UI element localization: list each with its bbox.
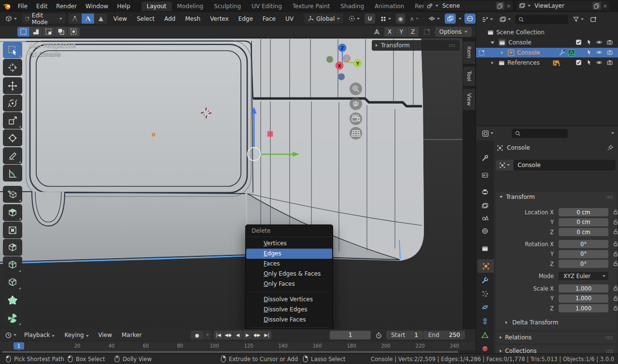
object-name-field[interactable]: Console bbox=[514, 160, 616, 170]
new-collection-button[interactable] bbox=[588, 14, 599, 25]
transform-panel-header[interactable]: Transform bbox=[496, 192, 617, 202]
end-frame-field[interactable]: End250 bbox=[423, 331, 465, 339]
disable-render-icon[interactable] bbox=[606, 39, 613, 45]
lock-icon[interactable] bbox=[612, 209, 618, 215]
nav-axis-neg-y[interactable] bbox=[326, 56, 333, 63]
tool-knife[interactable] bbox=[3, 274, 22, 291]
outliner-row-collection-references[interactable]: References 5 bbox=[476, 58, 618, 68]
scale-z-field[interactable]: 1.000 bbox=[559, 304, 608, 312]
checkbox-icon[interactable] bbox=[576, 59, 582, 66]
sidebar-tab-item[interactable]: Item bbox=[463, 42, 475, 64]
next-keyframe-button[interactable]: ◆▶ bbox=[253, 331, 262, 339]
lock-icon[interactable] bbox=[612, 228, 618, 235]
menu-item-dissolve-vertices[interactable]: Dissolve Vertices bbox=[246, 294, 332, 305]
tab-modifiers[interactable] bbox=[476, 273, 494, 287]
hide-viewport-icon[interactable] bbox=[596, 49, 603, 56]
timeline-editor-type-dropdown[interactable] bbox=[3, 330, 18, 340]
menu-item-only-faces[interactable]: Only Faces bbox=[246, 279, 332, 289]
scrollbar-thumb[interactable] bbox=[2, 351, 459, 353]
menu-add[interactable]: Add bbox=[161, 15, 179, 22]
disclosure-collapsed-icon[interactable] bbox=[501, 51, 503, 54]
tab-constraints[interactable] bbox=[476, 314, 494, 328]
lock-icon[interactable] bbox=[612, 285, 618, 292]
menu-item-faces[interactable]: Faces bbox=[246, 259, 332, 269]
workspace-tab-modeling[interactable]: Modeling bbox=[172, 1, 209, 11]
rotation-y-field[interactable]: 0° bbox=[559, 250, 608, 258]
new-viewlayer-button[interactable] bbox=[592, 2, 601, 10]
tab-object[interactable] bbox=[478, 259, 494, 273]
menu-keying[interactable]: Keying bbox=[60, 332, 92, 338]
outliner-search-input[interactable] bbox=[515, 15, 568, 24]
lock-icon[interactable] bbox=[612, 305, 618, 311]
tool-scale[interactable] bbox=[3, 112, 22, 129]
timeline-ruler[interactable]: 20 40 60 80 100 120 140 160 180 200 220 … bbox=[0, 341, 476, 351]
editor-type-dropdown[interactable] bbox=[3, 14, 19, 24]
collection-name[interactable]: References bbox=[505, 59, 540, 66]
current-frame-field[interactable]: 1 bbox=[330, 331, 371, 339]
location-x-field[interactable]: 0 cm bbox=[559, 208, 608, 216]
blender-logo-icon[interactable] bbox=[3, 2, 12, 10]
close-scene-icon[interactable]: × bbox=[506, 3, 511, 9]
show-overlays-dropdown[interactable] bbox=[426, 14, 442, 24]
pivot-point-dropdown[interactable] bbox=[346, 14, 362, 24]
workspace-tab-texture-paint[interactable]: Texture Paint bbox=[287, 1, 335, 11]
drag-grip-icon[interactable] bbox=[605, 195, 613, 200]
outliner-row-collection-console[interactable]: Console bbox=[476, 38, 618, 47]
gizmo-plane-handle[interactable] bbox=[267, 131, 273, 137]
keying-options-dropdown[interactable] bbox=[204, 331, 211, 339]
selectable-icon[interactable] bbox=[586, 39, 592, 45]
menu-vertex[interactable]: Vertex bbox=[207, 15, 232, 22]
lock-icon[interactable] bbox=[612, 219, 618, 225]
workspace-tab-uv-editing[interactable]: UV Editing bbox=[246, 1, 287, 11]
outliner-filter-type-dropdown[interactable] bbox=[497, 14, 513, 25]
3d-viewport[interactable]: Z X Y bbox=[0, 38, 476, 329]
tool-add-cube[interactable] bbox=[3, 186, 22, 203]
properties-search-input[interactable] bbox=[512, 129, 568, 138]
menu-item-vertices[interactable]: Vertices bbox=[246, 238, 332, 249]
camera-view-button[interactable] bbox=[350, 112, 362, 125]
delta-transform-subpanel[interactable]: Delta Transform bbox=[512, 319, 559, 326]
prev-keyframe-button[interactable]: ◀◆ bbox=[224, 331, 233, 339]
menu-view[interactable]: View bbox=[110, 15, 130, 22]
nav-axis-neg-z[interactable] bbox=[338, 73, 345, 80]
sidebar-tab-tool[interactable]: Tool bbox=[463, 67, 475, 86]
tab-render[interactable] bbox=[476, 168, 494, 182]
lock-icon[interactable] bbox=[612, 295, 618, 302]
transform-panel-collapsed[interactable]: Transform bbox=[372, 40, 460, 51]
lock-icon[interactable] bbox=[612, 251, 618, 257]
mesh-data-icon[interactable] bbox=[568, 49, 575, 56]
close-viewlayer-icon[interactable]: × bbox=[603, 3, 607, 9]
new-scene-button[interactable] bbox=[496, 2, 505, 10]
mirror-icon[interactable] bbox=[371, 27, 382, 37]
menu-item-edges[interactable]: Edges bbox=[246, 249, 332, 259]
lock-icon[interactable] bbox=[612, 240, 618, 247]
use-preview-range-icon[interactable] bbox=[375, 332, 382, 339]
disclosure-collapsed-icon[interactable] bbox=[492, 61, 493, 64]
select-intersect-button[interactable] bbox=[68, 27, 80, 37]
console-mesh[interactable] bbox=[0, 39, 424, 264]
location-y-field[interactable]: 0 cm bbox=[559, 218, 608, 226]
options-dropdown[interactable]: Options bbox=[435, 27, 472, 37]
menu-face[interactable]: Face bbox=[259, 15, 279, 22]
menu-playback[interactable]: Playback bbox=[20, 332, 58, 338]
selectable-icon[interactable] bbox=[586, 49, 592, 56]
rotation-z-field[interactable]: 0° bbox=[559, 260, 608, 268]
tab-object-data[interactable] bbox=[476, 328, 494, 342]
workspace-tab-sculpting[interactable]: Sculpting bbox=[209, 1, 246, 11]
tool-cursor[interactable] bbox=[3, 59, 22, 76]
chevron-down-icon[interactable] bbox=[611, 132, 614, 134]
tool-extrude-region[interactable] bbox=[3, 204, 22, 221]
modifier-icon[interactable] bbox=[559, 49, 565, 56]
tab-particles[interactable] bbox=[476, 287, 494, 300]
drag-grip-icon[interactable] bbox=[605, 349, 613, 354]
menu-edge[interactable]: Edge bbox=[235, 15, 256, 22]
vertex-select-mode-button[interactable] bbox=[69, 14, 81, 24]
menu-window[interactable]: Window bbox=[81, 2, 112, 11]
tool-loop-cut[interactable] bbox=[3, 256, 22, 273]
properties-editor-type-dropdown[interactable] bbox=[480, 128, 495, 139]
disable-render-icon[interactable] bbox=[606, 49, 613, 56]
mirror-y-toggle[interactable]: Y bbox=[396, 27, 407, 37]
select-extend-button[interactable] bbox=[30, 27, 42, 37]
play-button[interactable]: ▶ bbox=[243, 331, 252, 339]
xray-toggle[interactable] bbox=[445, 14, 456, 24]
